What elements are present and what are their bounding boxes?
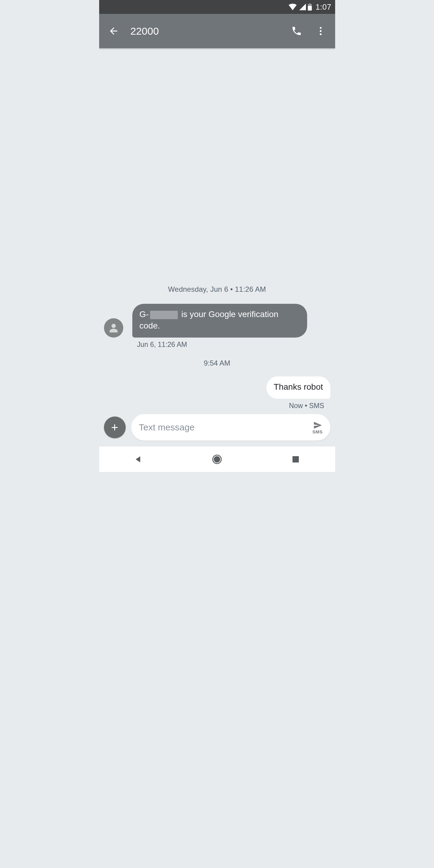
system-nav-bar — [99, 446, 335, 472]
square-recents-icon — [291, 455, 300, 464]
arrow-left-icon — [108, 26, 119, 36]
status-clock: 1:07 — [315, 2, 332, 12]
time-divider: 9:54 AM — [104, 359, 330, 367]
message-row-outgoing: Thanks robot — [104, 376, 330, 399]
send-icon — [312, 421, 323, 430]
send-mode-label: SMS — [312, 429, 322, 434]
plus-icon: + — [111, 421, 118, 434]
cell-signal-icon — [299, 4, 306, 10]
status-bar: 1:07 — [99, 0, 335, 14]
more-vert-icon — [315, 26, 326, 36]
message-input[interactable] — [139, 422, 308, 433]
phone-icon — [291, 26, 302, 36]
overflow-menu-button[interactable] — [309, 19, 333, 43]
svg-rect-1 — [309, 3, 310, 4]
nav-back-button[interactable] — [120, 455, 156, 464]
outgoing-message-meta: Now • SMS — [104, 402, 330, 410]
compose-input-container: SMS — [131, 414, 330, 441]
app-bar: 22000 — [99, 14, 335, 48]
contact-avatar[interactable] — [104, 318, 123, 338]
attach-button[interactable]: + — [104, 416, 126, 438]
message-row-incoming: G- is your Google verification code. — [104, 304, 330, 338]
compose-bar: + SMS — [99, 414, 335, 446]
incoming-message-bubble[interactable]: G- is your Google verification code. — [132, 304, 307, 338]
date-header: Wednesday, Jun 6 • 11:26 AM — [104, 285, 330, 293]
redacted-code — [150, 311, 178, 319]
conversation-title: 22000 — [126, 25, 284, 37]
svg-rect-2 — [308, 6, 312, 10]
send-button[interactable]: SMS — [308, 421, 327, 434]
battery-icon — [308, 3, 312, 10]
incoming-message-meta: Jun 6, 11:26 AM — [104, 341, 330, 349]
svg-point-6 — [112, 324, 116, 328]
outgoing-message-bubble[interactable]: Thanks robot — [267, 376, 330, 399]
incoming-text-prefix: G- — [140, 310, 149, 319]
nav-recents-button[interactable] — [278, 455, 314, 464]
person-icon — [107, 322, 120, 334]
wifi-icon — [288, 4, 297, 10]
svg-rect-9 — [293, 456, 299, 462]
svg-point-5 — [320, 33, 321, 35]
call-button[interactable] — [284, 19, 309, 43]
nav-home-button[interactable] — [199, 454, 235, 464]
back-button[interactable] — [101, 19, 126, 43]
svg-point-3 — [320, 27, 321, 29]
circle-home-icon — [212, 454, 222, 464]
triangle-back-icon — [134, 455, 143, 464]
conversation-panel: Wednesday, Jun 6 • 11:26 AM G- is your G… — [99, 48, 335, 414]
svg-point-4 — [320, 30, 321, 32]
svg-point-8 — [214, 456, 220, 462]
